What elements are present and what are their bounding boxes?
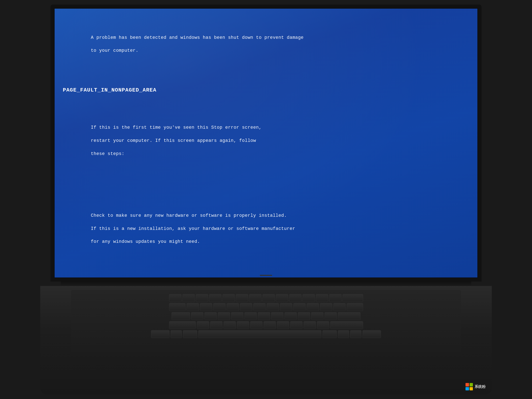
laptop: A problem has been detected and windows … xyxy=(40,5,492,394)
key xyxy=(338,330,349,338)
key xyxy=(324,312,337,320)
key xyxy=(317,321,329,329)
key-row-2 xyxy=(77,303,455,311)
key xyxy=(210,321,222,329)
key xyxy=(320,303,332,311)
key xyxy=(222,294,235,302)
para2-line3: for any windows updates you might need. xyxy=(91,239,200,244)
logo-red xyxy=(466,383,469,386)
error-code-title: PAGE_FAULT_IN_NONPAGED_AREA xyxy=(63,86,469,94)
key xyxy=(197,321,209,329)
key xyxy=(196,294,208,302)
key xyxy=(347,303,363,311)
key xyxy=(333,303,346,311)
key xyxy=(350,330,361,338)
key-row-1 xyxy=(77,294,455,302)
key xyxy=(307,303,319,311)
intro-line1: A problem has been detected and windows … xyxy=(91,35,304,40)
key xyxy=(303,294,315,302)
para2-line1: Check to make sure any new hardware or s… xyxy=(91,213,287,218)
key xyxy=(200,303,212,311)
key xyxy=(289,294,302,302)
key xyxy=(253,303,266,311)
key xyxy=(227,303,239,311)
alt-key-r xyxy=(323,330,337,338)
key xyxy=(223,321,236,329)
windows-logo xyxy=(466,383,473,390)
logo-blue xyxy=(466,387,469,391)
logo-green xyxy=(470,383,473,386)
key xyxy=(290,321,303,329)
intro-section: A problem has been detected and windows … xyxy=(63,28,469,61)
hinge-bar xyxy=(61,282,471,286)
key xyxy=(316,294,328,302)
key xyxy=(280,303,292,311)
key xyxy=(169,294,181,302)
key xyxy=(304,321,316,329)
key xyxy=(342,294,363,302)
keyboard-area: 系统粉 xyxy=(40,286,492,394)
key xyxy=(298,312,310,320)
key xyxy=(191,312,203,320)
ctrl-key-r xyxy=(362,330,381,338)
key xyxy=(169,303,185,311)
logo-yellow xyxy=(470,387,473,391)
indicator-light xyxy=(260,275,272,276)
key xyxy=(249,294,261,302)
key xyxy=(236,294,248,302)
screen-bezel: A problem has been detected and windows … xyxy=(51,5,481,282)
intro-line2: to your computer. xyxy=(91,48,138,53)
key xyxy=(277,321,289,329)
key xyxy=(276,294,288,302)
key xyxy=(293,303,306,311)
key xyxy=(262,294,275,302)
key xyxy=(250,321,262,329)
key xyxy=(240,303,252,311)
key xyxy=(311,312,323,320)
key xyxy=(204,312,217,320)
first-time-section: If this is the first time you've seen th… xyxy=(63,118,469,164)
watermark-text: 系统粉 xyxy=(475,384,486,389)
key xyxy=(244,312,257,320)
key xyxy=(258,312,270,320)
spacebar xyxy=(198,330,321,338)
key xyxy=(187,303,199,311)
para1-line1: If this is the first time you've seen th… xyxy=(91,125,261,130)
shift-key xyxy=(330,321,363,329)
bsod-screen: A problem has been detected and windows … xyxy=(54,8,478,278)
key xyxy=(209,294,222,302)
watermark: 系统粉 xyxy=(466,383,486,390)
key xyxy=(237,321,249,329)
key xyxy=(171,312,190,320)
keyboard-deck xyxy=(71,290,461,356)
key-row-3 xyxy=(77,312,455,320)
key-row-5 xyxy=(77,330,455,338)
bsod-content: A problem has been detected and windows … xyxy=(63,15,469,278)
key-row-4 xyxy=(77,321,455,329)
key xyxy=(271,312,284,320)
key xyxy=(231,312,243,320)
para1-line2: restart your computer. If this screen ap… xyxy=(91,138,256,143)
hardware-check-section: Check to make sure any new hardware or s… xyxy=(63,206,469,252)
key xyxy=(171,330,182,338)
key xyxy=(329,294,342,302)
alt-key xyxy=(183,330,197,338)
key xyxy=(285,312,297,320)
ctrl-key xyxy=(151,330,170,338)
key xyxy=(169,321,196,329)
para2-line2: If this is a new installation, ask your … xyxy=(91,226,295,231)
key xyxy=(183,294,195,302)
enter-key xyxy=(338,312,361,320)
para1-line3: these steps: xyxy=(91,151,124,156)
key xyxy=(267,303,279,311)
key xyxy=(264,321,276,329)
key xyxy=(218,312,230,320)
key xyxy=(213,303,226,311)
